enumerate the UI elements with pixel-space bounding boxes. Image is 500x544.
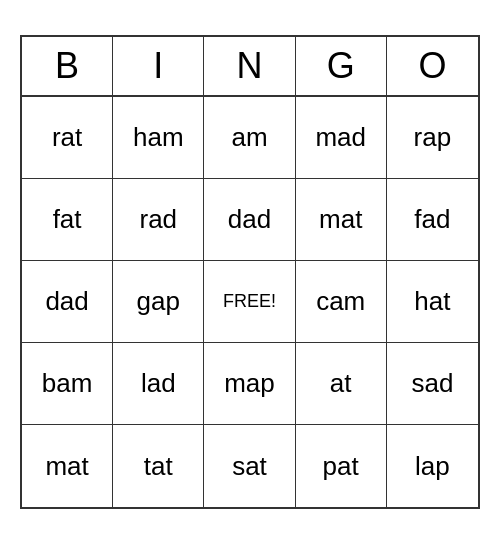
bingo-grid: rathamammadrapfatraddadmatfaddadgapFREE!… bbox=[22, 97, 478, 507]
cell-1-4: fad bbox=[387, 179, 478, 261]
header-letter: B bbox=[22, 37, 113, 95]
cell-3-3: at bbox=[296, 343, 387, 425]
cell-2-0: dad bbox=[22, 261, 113, 343]
cell-4-0: mat bbox=[22, 425, 113, 507]
cell-2-4: hat bbox=[387, 261, 478, 343]
cell-4-4: lap bbox=[387, 425, 478, 507]
cell-3-2: map bbox=[204, 343, 295, 425]
bingo-card: BINGO rathamammadrapfatraddadmatfaddadga… bbox=[20, 35, 480, 509]
cell-3-1: lad bbox=[113, 343, 204, 425]
cell-0-0: rat bbox=[22, 97, 113, 179]
cell-3-4: sad bbox=[387, 343, 478, 425]
bingo-header: BINGO bbox=[22, 37, 478, 97]
cell-1-2: dad bbox=[204, 179, 295, 261]
header-letter: G bbox=[296, 37, 387, 95]
cell-2-3: cam bbox=[296, 261, 387, 343]
cell-1-3: mat bbox=[296, 179, 387, 261]
header-letter: N bbox=[204, 37, 295, 95]
header-letter: I bbox=[113, 37, 204, 95]
cell-0-1: ham bbox=[113, 97, 204, 179]
cell-2-1: gap bbox=[113, 261, 204, 343]
cell-1-0: fat bbox=[22, 179, 113, 261]
header-letter: O bbox=[387, 37, 478, 95]
cell-0-3: mad bbox=[296, 97, 387, 179]
cell-2-2: FREE! bbox=[204, 261, 295, 343]
cell-3-0: bam bbox=[22, 343, 113, 425]
cell-4-1: tat bbox=[113, 425, 204, 507]
cell-0-2: am bbox=[204, 97, 295, 179]
cell-1-1: rad bbox=[113, 179, 204, 261]
cell-4-2: sat bbox=[204, 425, 295, 507]
cell-4-3: pat bbox=[296, 425, 387, 507]
cell-0-4: rap bbox=[387, 97, 478, 179]
